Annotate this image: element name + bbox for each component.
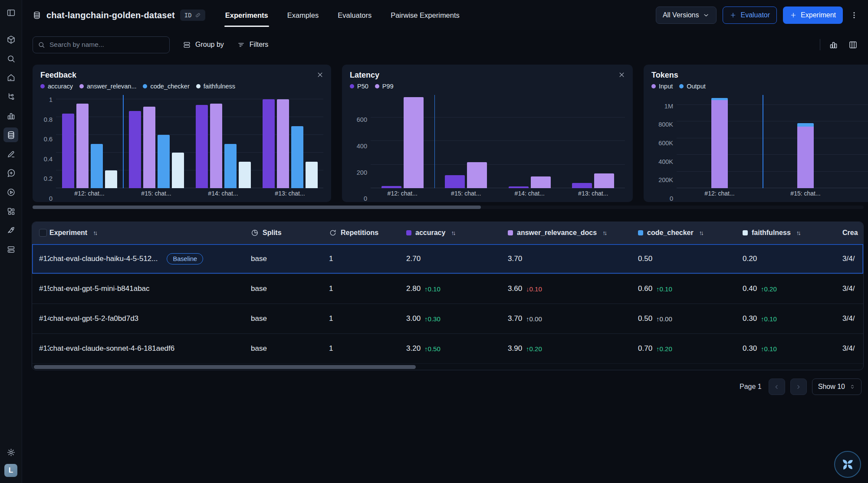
prev-page-button[interactable] [769, 379, 785, 395]
header-cell-faithfulness: faithfulness↑↓ [743, 229, 842, 237]
table-row[interactable]: #13chat-eval-claude-sonnet-4-6-181aedf6b… [32, 333, 863, 363]
tab-pairwise-experiments[interactable]: Pairwise Experiments [390, 0, 460, 30]
id-badge[interactable]: ID [180, 10, 205, 21]
cell-experiment-name: chat-eval-gpt-5-mini-b841abac [49, 284, 251, 293]
kebab-menu-icon[interactable] [849, 9, 859, 21]
y-tick-label: 200 [357, 169, 367, 176]
add-evaluator-button[interactable]: Evaluator [723, 7, 777, 24]
bar-code-checker[interactable] [291, 126, 303, 188]
scrollbar-thumb[interactable] [33, 206, 481, 209]
assistant-logo-button[interactable] [834, 451, 861, 478]
sidebar-item-monitor-bars[interactable] [3, 108, 18, 123]
bar-accuracy[interactable] [263, 99, 275, 188]
bar-P99[interactable] [404, 97, 424, 188]
sidebar-item-panel-toggle[interactable] [3, 5, 18, 20]
search-input[interactable] [33, 36, 170, 53]
legend-label: Output [687, 83, 706, 90]
sidebar-item-annotate-pencil[interactable] [3, 147, 18, 161]
bar-answer-relevan-[interactable] [277, 99, 289, 188]
metric-value: 2.80 [406, 284, 421, 293]
table-horizontal-scrollbar[interactable] [32, 363, 863, 370]
tab-experiments[interactable]: Experiments [224, 0, 269, 30]
sort-icon[interactable]: ↑↓ [699, 229, 703, 236]
plot-area [56, 95, 323, 188]
sort-icon[interactable]: ↑↓ [602, 229, 606, 236]
bar-code-checker[interactable] [158, 135, 170, 188]
bar-faithfulness[interactable] [105, 170, 117, 188]
bar-answer-relevan-[interactable] [76, 104, 89, 188]
close-icon[interactable] [317, 72, 323, 78]
group-by-button[interactable]: Group by [183, 41, 224, 49]
filters-button[interactable]: Filters [237, 41, 269, 49]
bar-P50[interactable] [572, 183, 592, 188]
dataset-database-icon [33, 11, 41, 20]
sort-icon[interactable]: ↑↓ [93, 229, 96, 236]
charts-toggle-icon[interactable] [827, 39, 840, 51]
metric-value: 3.20 [406, 344, 421, 353]
stacked-bar[interactable] [711, 95, 728, 188]
pagination: Page 1 Show 10 [22, 379, 861, 395]
close-icon[interactable] [618, 72, 625, 78]
charts-horizontal-scrollbar[interactable] [33, 206, 864, 209]
bar-P99[interactable] [594, 173, 614, 188]
legend-item-faithfulness: faithfulness [196, 83, 235, 90]
bar-P50[interactable] [509, 186, 529, 188]
bar-faithfulness[interactable] [172, 153, 184, 188]
sidebar-item-home[interactable] [3, 70, 18, 85]
sidebar-item-langsmith-cube[interactable] [3, 32, 18, 47]
sidebar-item-deployments-rocket[interactable] [3, 223, 18, 238]
sort-icon[interactable]: ↑↓ [796, 229, 800, 236]
chart-card-header: Tokens [651, 71, 868, 80]
add-experiment-button[interactable]: Experiment [783, 7, 843, 24]
bar-P99[interactable] [467, 162, 487, 188]
sidebar-item-servers-stack[interactable] [3, 242, 18, 257]
sidebar-item-agents-blocks[interactable] [3, 204, 18, 219]
splits-value: base [251, 255, 267, 263]
bar-P50[interactable] [381, 186, 401, 188]
cell-code_checker: 0.70↑0.20 [638, 344, 743, 353]
page-size-select[interactable]: Show 10 [812, 379, 861, 395]
bar-answer-relevan-[interactable] [143, 107, 155, 188]
sidebar-item-trace-tree[interactable] [3, 89, 18, 104]
user-avatar[interactable]: L [4, 464, 17, 477]
bar-code-checker[interactable] [224, 144, 237, 188]
metric-delta: ↑0.00 [656, 315, 672, 323]
bar-accuracy[interactable] [62, 114, 74, 188]
y-tick-label: 0.4 [44, 156, 53, 163]
sidebar-item-playground-play[interactable] [3, 185, 18, 199]
experiment-number: #12 [39, 255, 49, 263]
search-icon [7, 54, 16, 63]
dataset-title-block: chat-langchain-golden-dataset ID [33, 0, 205, 30]
next-page-button[interactable] [790, 379, 807, 395]
columns-toggle-icon[interactable] [847, 39, 859, 51]
table-row[interactable]: #14chat-eval-gpt-5-2-fa0bd7d3base13.00↑0… [32, 304, 863, 333]
tab-evaluators[interactable]: Evaluators [337, 0, 372, 30]
select-all-checkbox[interactable] [39, 229, 47, 237]
sidebar-item-settings-gear[interactable] [3, 445, 18, 460]
bar-segment-output [797, 123, 814, 127]
bar-accuracy[interactable] [196, 105, 208, 188]
sort-icon[interactable]: ↑↓ [451, 229, 454, 236]
legend-item-accuracy: accuracy [40, 83, 73, 90]
versions-dropdown[interactable]: All Versions [656, 7, 717, 24]
stacked-bar[interactable] [797, 95, 814, 188]
bar-P50[interactable] [445, 175, 465, 188]
metric-value: 3.90 [508, 344, 522, 353]
tab-examples[interactable]: Examples [286, 0, 319, 30]
bar-faithfulness[interactable] [306, 162, 318, 188]
created-value: 3/4/ [842, 344, 855, 353]
bar-code-checker[interactable] [91, 144, 103, 188]
metric-delta: ↑0.50 [424, 345, 441, 352]
bar-answer-relevan-[interactable] [210, 104, 222, 188]
sidebar-item-search[interactable] [3, 51, 18, 66]
y-tick-label: 0 [49, 195, 53, 202]
bar-faithfulness[interactable] [239, 162, 251, 188]
bar-accuracy[interactable] [129, 111, 141, 188]
bar-P99[interactable] [531, 176, 551, 188]
table-row[interactable]: #12chat-eval-claude-haiku-4-5-512...Base… [32, 244, 863, 274]
sidebar-item-prompts-chat-plus[interactable] [3, 166, 18, 180]
x-axis-labels: #12: chat...#15: chat...#14: chat...#13:… [371, 188, 625, 199]
sidebar-item-datasets-database[interactable] [3, 127, 18, 142]
table-row[interactable]: #15chat-eval-gpt-5-mini-b841abacbase12.8… [32, 274, 863, 304]
scrollbar-thumb[interactable] [34, 365, 416, 369]
